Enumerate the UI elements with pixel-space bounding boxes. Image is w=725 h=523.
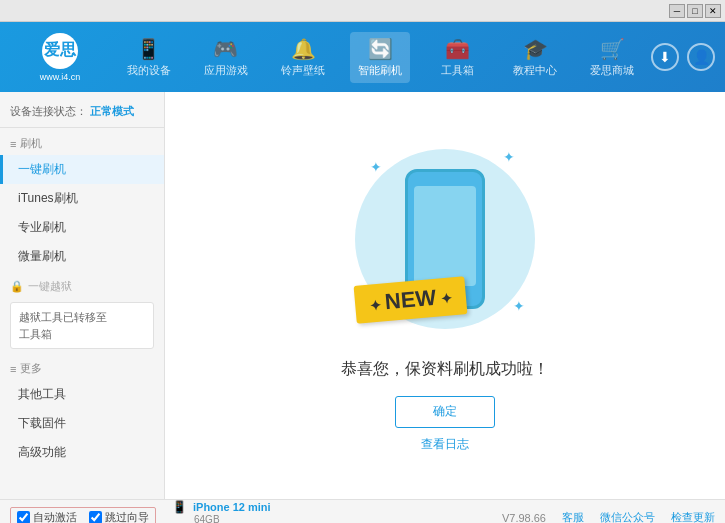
tools-icon: 🧰 (445, 37, 470, 61)
nav-appgame-label: 应用游戏 (204, 63, 248, 78)
nav-mydevice-label: 我的设备 (127, 63, 171, 78)
service-link[interactable]: 客服 (562, 510, 584, 523)
sidebar-item-advanced[interactable]: 高级功能 (0, 438, 164, 467)
content-area: ✦ ✦ ✦ NEW 恭喜您，保资料刷机成功啦！ 确定 查看日志 (165, 92, 725, 499)
skip-wizard-checkbox[interactable]: 跳过向导 (89, 510, 149, 523)
nav-mydevice[interactable]: 📱 我的设备 (119, 32, 179, 83)
confirm-button[interactable]: 确定 (395, 396, 495, 428)
logo-icon: 爱思 (42, 33, 78, 69)
sidebar-item-itunes[interactable]: iTunes刷机 (0, 184, 164, 213)
bottom-right: V7.98.66 客服 微信公众号 检查更新 (502, 510, 715, 523)
mydevice-icon: 📱 (136, 37, 161, 61)
auto-activate-checkbox[interactable]: 自动激活 (17, 510, 77, 523)
tutorial-icon: 🎓 (523, 37, 548, 61)
titlebar: ─ □ ✕ (0, 0, 725, 22)
download-button[interactable]: ⬇ (651, 43, 679, 71)
shop-icon: 🛒 (600, 37, 625, 61)
nav-tutorial[interactable]: 🎓 教程中心 (505, 32, 565, 83)
sparkle-icon-1: ✦ (370, 159, 382, 175)
main-area: 设备连接状态： 正常模式 ≡ 刷机 一键刷机 iTunes刷机 专业刷机 微量刷… (0, 92, 725, 499)
phone-screen (414, 186, 476, 286)
skip-wizard-input[interactable] (89, 511, 102, 523)
nav-ringtone-label: 铃声壁纸 (281, 63, 325, 78)
jailbreak-note: 越狱工具已转移至 工具箱 (10, 302, 154, 349)
status-value: 正常模式 (90, 105, 134, 117)
nav-shop[interactable]: 🛒 爱思商城 (582, 32, 642, 83)
nav-shop-label: 爱思商城 (590, 63, 634, 78)
version-label: V7.98.66 (502, 512, 546, 524)
nav-tools-label: 工具箱 (441, 63, 474, 78)
nav-bar: 📱 我的设备 🎮 应用游戏 🔔 铃声壁纸 🔄 智能刷机 🧰 工具箱 🎓 教程中心… (110, 32, 651, 83)
logo-text: 爱思 (44, 40, 76, 61)
nav-tutorial-label: 教程中心 (513, 63, 557, 78)
sidebar-item-onekey[interactable]: 一键刷机 (0, 155, 164, 184)
update-link[interactable]: 检查更新 (671, 510, 715, 523)
sidebar-item-other[interactable]: 其他工具 (0, 380, 164, 409)
header-right: ⬇ 👤 (651, 43, 715, 71)
success-message: 恭喜您，保资料刷机成功啦！ (341, 359, 549, 380)
skip-wizard-label: 跳过向导 (105, 510, 149, 523)
maximize-button[interactable]: □ (687, 4, 703, 18)
sidebar-item-pro[interactable]: 专业刷机 (0, 213, 164, 242)
view-log-link[interactable]: 查看日志 (421, 436, 469, 453)
nav-ringtone[interactable]: 🔔 铃声壁纸 (273, 32, 333, 83)
device-info-area: 📱 iPhone 12 mini 64GB Down-12mini-13,1 (172, 500, 275, 524)
sidebar-item-micro[interactable]: 微量刷机 (0, 242, 164, 271)
wechat-link[interactable]: 微信公众号 (600, 510, 655, 523)
header: 爱思 www.i4.cn 📱 我的设备 🎮 应用游戏 🔔 铃声壁纸 🔄 智能刷机… (0, 22, 725, 92)
nav-tools[interactable]: 🧰 工具箱 (428, 32, 488, 83)
sparkle-icon-2: ✦ (503, 149, 515, 165)
nav-appgame[interactable]: 🎮 应用游戏 (196, 32, 256, 83)
smartflash-icon: 🔄 (368, 37, 393, 61)
auto-activate-label: 自动激活 (33, 510, 77, 523)
ringtone-icon: 🔔 (291, 37, 316, 61)
logo-subtext: www.i4.cn (40, 72, 81, 82)
phone-illustration: ✦ ✦ ✦ NEW (345, 139, 545, 339)
sidebar-item-firmware[interactable]: 下载固件 (0, 409, 164, 438)
close-button[interactable]: ✕ (705, 4, 721, 18)
more-section-title: ≡ 更多 (0, 357, 164, 380)
status-label: 设备连接状态： (10, 105, 87, 117)
device-name: iPhone 12 mini (193, 501, 271, 513)
sparkle-icon-3: ✦ (513, 298, 525, 314)
nav-smartflash-label: 智能刷机 (358, 63, 402, 78)
appgame-icon: 🎮 (213, 37, 238, 61)
user-button[interactable]: 👤 (687, 43, 715, 71)
logo-area: 爱思 www.i4.cn (10, 33, 110, 82)
auto-activate-input[interactable] (17, 511, 30, 523)
minimize-button[interactable]: ─ (669, 4, 685, 18)
flash-section-title: ≡ 刷机 (0, 132, 164, 155)
nav-smartflash[interactable]: 🔄 智能刷机 (350, 32, 410, 83)
device-phone-icon: 📱 (172, 500, 187, 514)
connection-status: 设备连接状态： 正常模式 (0, 100, 164, 128)
jailbreak-section-title: 🔒 一键越狱 (0, 275, 164, 298)
sidebar: 设备连接状态： 正常模式 ≡ 刷机 一键刷机 iTunes刷机 专业刷机 微量刷… (0, 92, 165, 499)
device-capacity: 64GB (194, 514, 275, 524)
